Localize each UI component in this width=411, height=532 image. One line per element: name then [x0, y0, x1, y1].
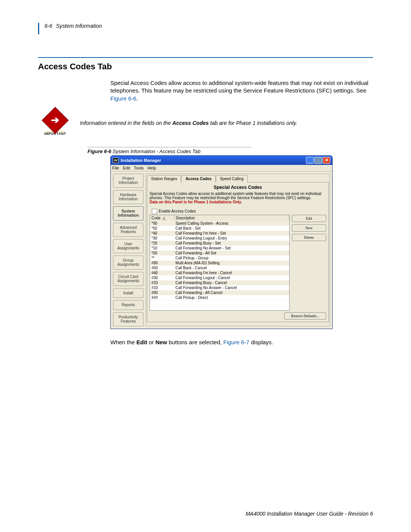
intro-period: . [136, 95, 138, 102]
tab-speed-calling[interactable]: Speed Calling [216, 175, 248, 182]
enable-label: Enable Access Codes [159, 209, 196, 213]
page-footer: MA4000 Installation Manager User Guide -… [245, 511, 373, 517]
enable-access-codes[interactable]: Enable Access Codes [152, 209, 326, 214]
new-button[interactable]: New [292, 224, 326, 232]
table-row[interactable]: #10Call Forwarding No Answer - Cancel [150, 285, 289, 290]
table-row[interactable]: *10Call Forwarding No Answer - Set [150, 246, 289, 251]
table-row[interactable]: *90Speed Calling System - Access [150, 221, 289, 226]
table-row[interactable]: #00Call Forwarding - All Cancel [150, 290, 289, 295]
table-row[interactable]: #20Call Forwarding Busy - Cancel [150, 280, 289, 285]
table-row[interactable]: #90Multi Area (MA-ID) Setting [150, 260, 289, 265]
tabs: Station RangesAccess CodesSpeed Calling [147, 175, 329, 182]
important-badge: ➔ IMPORTANT [38, 111, 72, 136]
delete-button[interactable]: Delete [292, 234, 326, 241]
codes-table[interactable]: Code △ Description *90Speed Calling Syst… [150, 215, 290, 311]
nav-install[interactable]: Install [113, 288, 143, 298]
important-note: Information entered in the fields on the… [80, 120, 373, 127]
menu-edit[interactable]: Edit [123, 166, 130, 170]
installation-manager-window: IM Installation Manager _ □ ✕ FileEditTo… [110, 155, 333, 329]
table-row[interactable]: *00Call Forwarding - All Set [150, 251, 289, 256]
col-description[interactable]: Description [174, 215, 289, 221]
table-row[interactable]: *30Call Forwarding Logout - Entry [150, 236, 289, 241]
access-codes-pane: Special Access Codes Special Access Code… [147, 182, 329, 322]
tab-station-ranges[interactable]: Station Ranges [147, 175, 181, 182]
nav-user-assignments[interactable]: User Assignments [113, 239, 143, 253]
pane-title: Special Access Codes [150, 185, 326, 190]
nav-hardware-information[interactable]: Hardware Information [113, 190, 143, 204]
figure-link-6-7[interactable]: Figure 6-7 [223, 339, 249, 345]
nav-reports[interactable]: Reports [113, 300, 143, 310]
intro-paragraph: Special Access Codes allow access to add… [110, 79, 373, 102]
section-rule [38, 57, 373, 58]
table-row[interactable]: #50Call Back - Cancel [150, 265, 289, 270]
table-row[interactable]: ###Call Pickup - Direct [150, 295, 289, 300]
page-section: System Information [56, 23, 102, 29]
table-row[interactable]: *40Call Forwarding I'm here - Set [150, 231, 289, 236]
section-title: Access Codes Tab [38, 62, 373, 72]
table-row[interactable]: #40Call Forwarding I'm here - Cancel [150, 270, 289, 275]
important-icon: ➔ [46, 111, 65, 130]
table-header[interactable]: Code △ Description [150, 215, 289, 221]
phase1-warning: Data on this Panel is for Phase 1 Instal… [150, 200, 242, 204]
nav-project-information[interactable]: Project Information [113, 174, 143, 188]
edit-button[interactable]: Edit [292, 215, 326, 222]
restore-defaults-button[interactable]: Restore Defaults... [284, 312, 326, 320]
nav-circuit-card-assignments[interactable]: Circuit Card Assignments [113, 272, 143, 286]
enable-checkbox[interactable] [152, 209, 157, 214]
nav-group-assignments[interactable]: Group Assignments [113, 256, 143, 270]
nav-productivity-features[interactable]: Productivity Features [113, 312, 143, 326]
figure-caption: Figure 6-6 System Information - Access C… [88, 147, 251, 154]
window-titlebar[interactable]: IM Installation Manager _ □ ✕ [111, 156, 332, 165]
pane-description: Special Access Codes allow access to add… [150, 192, 326, 204]
minimize-button[interactable]: _ [306, 157, 314, 164]
nav-system-information[interactable]: System Information [113, 206, 143, 220]
menu-bar[interactable]: FileEditToolsHelp [111, 165, 332, 171]
intro-text: Special Access Codes allow access to add… [110, 80, 368, 94]
nav-advanced-features[interactable]: Advanced Features [113, 223, 143, 237]
col-code[interactable]: Code △ [150, 215, 174, 221]
side-nav: Project InformationHardware InformationS… [113, 174, 143, 326]
app-icon: IM [113, 158, 119, 163]
menu-file[interactable]: File [112, 166, 119, 170]
menu-help[interactable]: Help [147, 166, 156, 170]
table-row[interactable]: #30Call Forwarding Logout - Cancel [150, 275, 289, 280]
table-row[interactable]: **Call Pickup - Group [150, 256, 289, 260]
page-header: 6-6 System Information [38, 23, 373, 34]
window-title: Installation Manager [121, 158, 161, 163]
close-button[interactable]: ✕ [323, 157, 330, 164]
table-row[interactable]: *20Call Forwarding Busy - Set [150, 241, 289, 246]
maximize-button[interactable]: □ [314, 157, 322, 164]
tab-access-codes[interactable]: Access Codes [181, 175, 215, 182]
page-number: 6-6 [45, 23, 52, 29]
menu-tools[interactable]: Tools [134, 166, 144, 170]
after-figure-text: When the Edit or New buttons are selecte… [110, 339, 373, 345]
table-row[interactable]: *50Call Back - Set [150, 226, 289, 231]
figure-link-6-6[interactable]: Figure 6-6 [110, 95, 136, 102]
important-block: ➔ IMPORTANT Information entered in the f… [38, 111, 373, 136]
